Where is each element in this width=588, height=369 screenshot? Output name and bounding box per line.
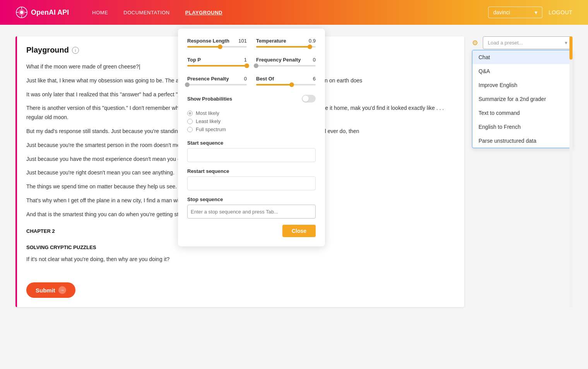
radio-most-likely[interactable]: Most likely [187,110,316,116]
top-p-value: 1 [244,57,247,63]
preset-chevron-icon: ▾ [565,40,567,46]
temperature-value: 0.9 [309,38,316,44]
preset-item-summarize[interactable]: Summarize for a 2nd grader [472,92,572,106]
right-panel: ⚙ Load a preset... ▾ Chat Q&A Improve En… [472,36,573,307]
logo: OpenAI API [15,6,69,19]
scroll-thumb [569,36,573,60]
model-selector[interactable]: davinci ▾ [488,7,542,18]
settings-row-1: Response Length 101 Temperature 0.9 [187,38,316,49]
info-icon[interactable]: i [72,47,79,54]
preset-item-qa[interactable]: Q&A [472,64,572,78]
preset-dropdown-trigger[interactable]: Load a preset... ▾ [483,36,573,49]
presence-penalty-col: Presence Penalty 0 [187,76,247,87]
presence-penalty-label: Presence Penalty 0 [187,76,247,82]
submit-arrow-icon: → [58,286,66,294]
start-sequence-section: Start sequence [187,140,316,162]
radio-full-spectrum-icon [187,127,193,132]
settings-row-2: Top P 1 Frequency Penalty 0 [187,57,316,68]
response-length-col: Response Length 101 [187,38,247,49]
preset-item-english-to-french[interactable]: English to French [472,120,572,134]
settings-row-3: Presence Penalty 0 Best Of 6 [187,76,316,87]
toggle-knob [303,96,309,102]
radio-most-likely-icon [187,111,193,116]
temperature-slider-track [256,46,316,48]
probabilities-radio-group: Most likely Least likely Full spectrum [187,110,316,132]
text-line-12: If it's not clear what you're doing, the… [26,255,455,264]
top-p-slider-fill [187,65,247,67]
logo-text: OpenAI API [31,9,69,17]
best-of-label: Best Of 6 [256,76,316,82]
response-length-slider-track [187,46,247,48]
restart-sequence-input[interactable] [187,176,316,190]
preset-placeholder: Load a preset... [488,40,523,46]
model-name: davinci [493,9,510,15]
scrollbar[interactable] [569,36,573,307]
best-of-slider-fill [256,84,292,85]
presence-penalty-slider-track [187,84,247,85]
frequency-penalty-slider-track [256,65,316,67]
submit-button[interactable]: Submit → [26,282,75,298]
presence-penalty-value: 0 [244,76,247,82]
restart-sequence-label: Restart sequence [187,168,316,174]
temperature-label: Temperature 0.9 [256,38,316,44]
logout-button[interactable]: Logout [549,9,573,15]
close-button[interactable]: Close [282,225,316,237]
header-right: davinci ▾ Logout [488,7,573,18]
preset-item-parse-data[interactable]: Parse unstructured data [472,134,572,148]
preset-item-improve-english[interactable]: Improve English [472,78,572,92]
frequency-penalty-col: Frequency Penalty 0 [256,57,316,68]
main-nav: HOME DOCUMENTATION PLAYGROUND [92,10,222,15]
preset-item-chat[interactable]: Chat [472,50,572,64]
response-length-slider-thumb[interactable] [218,44,222,49]
nav-documentation[interactable]: DOCUMENTATION [123,10,169,15]
top-p-slider-track [187,65,247,67]
temperature-slider-thumb[interactable] [308,44,312,49]
preset-item-text-to-command[interactable]: Text to command [472,106,572,120]
show-probabilities-row: Show Probabilities [187,95,316,102]
show-probabilities-toggle[interactable] [302,95,316,102]
response-length-label: Response Length 101 [187,38,247,44]
settings-gear-icon[interactable]: ⚙ [472,39,478,47]
stop-sequence-input[interactable] [187,205,316,219]
response-length-slider-fill [187,46,220,48]
restart-sequence-section: Restart sequence [187,168,316,190]
temperature-col: Temperature 0.9 [256,38,316,49]
nav-home[interactable]: HOME [92,10,108,15]
chevron-down-icon: ▾ [535,9,537,15]
radio-full-spectrum[interactable]: Full spectrum [187,126,316,132]
frequency-penalty-value: 0 [313,57,316,63]
top-p-slider-thumb[interactable] [244,63,249,68]
best-of-slider-thumb[interactable] [289,82,294,87]
best-of-col: Best Of 6 [256,76,316,87]
preset-bar: ⚙ Load a preset... ▾ [472,36,573,49]
frequency-penalty-label: Frequency Penalty 0 [256,57,316,63]
top-p-label: Top P 1 [187,57,247,63]
stop-sequence-label: Stop sequence [187,196,316,202]
start-sequence-label: Start sequence [187,140,316,146]
temperature-slider-fill [256,46,310,48]
header: OpenAI API HOME DOCUMENTATION PLAYGROUND… [0,0,588,25]
start-sequence-input[interactable] [187,148,316,162]
main-content: Playground i What if the moon were made … [0,25,588,319]
preset-dropdown-menu: Chat Q&A Improve English Summarize for a… [472,50,573,148]
radio-least-likely[interactable]: Least likely [187,118,316,124]
stop-sequence-section: Stop sequence [187,196,316,219]
best-of-slider-track [256,84,316,85]
radio-least-likely-icon [187,119,193,124]
svg-point-1 [20,11,23,14]
show-probabilities-label: Show Probabilities [187,96,232,102]
response-length-value: 101 [238,38,247,44]
nav-playground[interactable]: PLAYGROUND [185,10,222,15]
submit-label: Submit [36,287,55,294]
openai-logo-icon [15,6,28,19]
settings-modal: Response Length 101 Temperature 0.9 [178,29,325,246]
page-title: Playground [26,46,69,55]
top-p-col: Top P 1 [187,57,247,68]
presence-penalty-slider-thumb[interactable] [185,82,190,87]
best-of-value: 6 [313,76,316,82]
frequency-penalty-slider-thumb[interactable] [254,63,258,68]
